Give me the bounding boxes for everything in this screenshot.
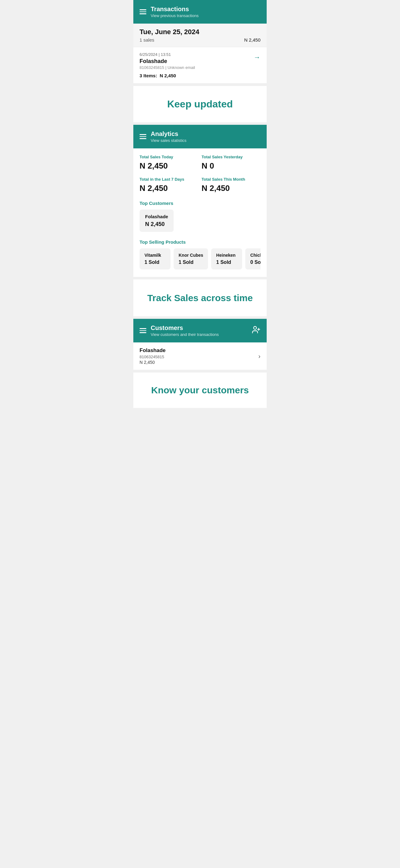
stat-7days: Total in the Last 7 Days N 2,450 [139, 177, 198, 193]
stat-yesterday-value: N 0 [202, 161, 261, 171]
prod-sold: 1 Sold [178, 259, 203, 265]
prod-name: Vitamilk [144, 253, 166, 258]
tx-arrow-icon[interactable]: → [254, 53, 261, 61]
tx-items: 3 Items: N 2,450 [139, 73, 195, 78]
know-customers-banner: Know your customers [133, 373, 267, 408]
analytics-header: Analytics View sales statistics [133, 125, 267, 148]
cust-amount: N 2,450 [145, 221, 168, 227]
prod-sold: 1 Sold [144, 259, 166, 265]
menu-icon[interactable] [139, 9, 146, 14]
analytics-title: Analytics [151, 130, 186, 137]
analytics-body: Total Sales Today N 2,450 Total Sales Ye… [133, 148, 267, 277]
transactions-subtitle: View previous transactions [151, 13, 198, 18]
top-selling-label: Top Selling Products [139, 239, 261, 245]
analytics-menu-icon[interactable] [139, 134, 146, 139]
stat-today-label: Total Sales Today [139, 155, 198, 159]
date-header: Tue, June 25, 2024 1 sales N 2,450 [133, 24, 267, 47]
top-customer-card: Folashade N 2,450 [139, 210, 174, 232]
customers-header: Customers View customers and their trans… [133, 319, 267, 342]
stat-today: Total Sales Today N 2,450 [139, 155, 198, 171]
date-title: Tue, June 25, 2024 [139, 28, 261, 36]
stat-yesterday-label: Total Sales Yesterday [202, 155, 261, 159]
top-customers-list: Folashade N 2,450 [139, 210, 261, 232]
track-sales-banner: Track Sales across time [133, 279, 267, 316]
product-card: Heineken 1 Sold [211, 248, 242, 270]
date-row: 1 sales N 2,450 [139, 37, 261, 42]
analytics-subtitle: View sales statistics [151, 138, 186, 143]
tx-contact: 81063245815 | Unknown email [139, 65, 195, 70]
analytics-header-text: Analytics View sales statistics [151, 130, 186, 143]
product-card: Chicken Breast 0 Sold [245, 248, 261, 270]
transactions-title: Transactions [151, 6, 198, 13]
transaction-item[interactable]: 6/25/2024 | 13:51 Folashade 81063245815 … [133, 47, 267, 84]
stat-7days-value: N 2,450 [139, 183, 198, 193]
tx-left: 6/25/2024 | 13:51 Folashade 81063245815 … [139, 52, 195, 78]
cust-row-phone: 81063245815 [139, 354, 166, 359]
products-scroll: Vitamilk 1 SoldKnor Cubes 1 SoldHeineken… [139, 248, 261, 271]
header-text: Transactions View previous transactions [151, 6, 198, 18]
tx-items-amount: N 2,450 [160, 73, 176, 78]
customers-menu-icon[interactable] [139, 328, 146, 333]
tx-time: 6/25/2024 | 13:51 [139, 52, 195, 57]
customers-subtitle: View customers and their transactions [151, 332, 219, 337]
track-sales-text: Track Sales across time [139, 292, 261, 304]
cust-row-name: Folashade [139, 347, 166, 353]
stat-yesterday: Total Sales Yesterday N 0 [202, 155, 261, 171]
stat-7days-label: Total in the Last 7 Days [139, 177, 198, 182]
stat-month-label: Total Sales This Month [202, 177, 261, 182]
stat-month-value: N 2,450 [202, 183, 261, 193]
cust-row-amount: N 2,450 [139, 360, 166, 365]
customer-row[interactable]: Folashade 81063245815 N 2,450 › [133, 342, 267, 370]
prod-name: Chicken Breast [250, 253, 261, 258]
product-card: Vitamilk 1 Sold [139, 248, 171, 270]
prod-sold: 0 Sold [250, 259, 261, 265]
transactions-header: Transactions View previous transactions [133, 0, 267, 24]
know-customers-text: Know your customers [139, 385, 261, 396]
product-card: Knor Cubes 1 Sold [174, 248, 208, 270]
top-customers-label: Top Customers [139, 200, 261, 206]
stat-today-value: N 2,450 [139, 161, 198, 171]
stat-month: Total Sales This Month N 2,450 [202, 177, 261, 193]
prod-name: Heineken [216, 253, 237, 258]
keep-updated-banner: Keep updated [133, 86, 267, 122]
stats-grid: Total Sales Today N 2,450 Total Sales Ye… [139, 155, 261, 193]
prod-name: Knor Cubes [178, 253, 203, 258]
prod-sold: 1 Sold [216, 259, 237, 265]
customers-header-text: Customers View customers and their trans… [151, 324, 219, 337]
sales-amount: N 2,450 [244, 37, 261, 42]
cust-name: Folashade [145, 214, 168, 219]
customers-title: Customers [151, 324, 219, 332]
keep-updated-text: Keep updated [139, 98, 261, 110]
svg-point-0 [254, 327, 257, 330]
tx-items-label: 3 Items: [139, 73, 157, 78]
cust-row-arrow-icon[interactable]: › [258, 353, 261, 360]
date-section: Tue, June 25, 2024 1 sales N 2,450 6/25/… [133, 24, 267, 84]
cust-row-info: Folashade 81063245815 N 2,450 [139, 347, 166, 365]
tx-name: Folashade [139, 58, 195, 65]
customers-body: Folashade 81063245815 N 2,450 › [133, 342, 267, 370]
add-customer-icon[interactable] [252, 326, 261, 336]
sales-count: 1 sales [139, 37, 155, 42]
